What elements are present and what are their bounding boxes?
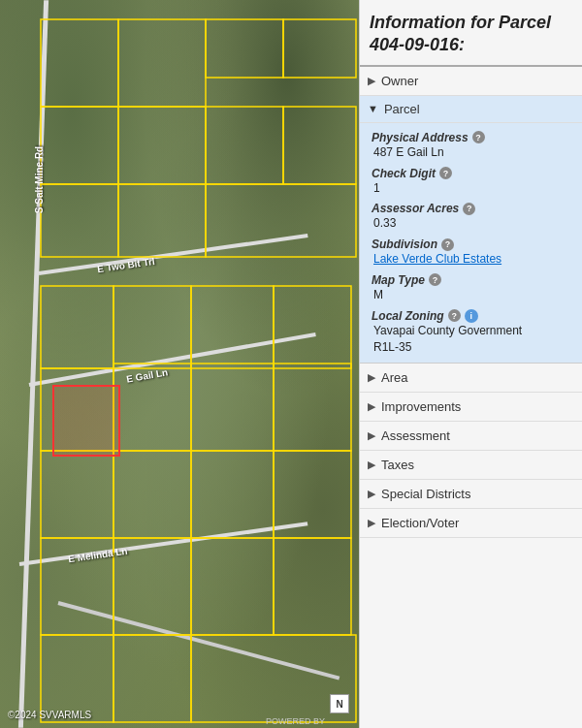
map-type-help-icon[interactable]: ? (429, 273, 441, 286)
physical-address-label: Physical Address ? (372, 131, 572, 144)
map-panel[interactable]: S Salt Mine Rd E Two Bit Trl E Gail Ln E… (0, 0, 359, 728)
parcel-header-line1: Information for Parcel (370, 12, 572, 34)
subdivision-help-icon[interactable]: ? (441, 238, 454, 251)
taxes-arrow-icon: ▶ (368, 459, 375, 471)
map-copyright: ©2024 SVVARMLS (8, 710, 91, 720)
svg-rect-9 (118, 184, 206, 257)
svg-rect-26 (274, 538, 351, 635)
svg-rect-2 (206, 19, 283, 78)
svg-rect-18 (274, 364, 351, 451)
check-digit-value: 1 (372, 180, 572, 197)
svg-rect-28 (113, 635, 191, 722)
subdivision-label: Subdivision ? (372, 237, 572, 251)
physical-address-help-icon[interactable]: ? (472, 131, 485, 143)
svg-rect-14 (274, 286, 351, 368)
section-improvements[interactable]: ▶ Improvements (360, 393, 582, 422)
section-parcel[interactable]: ▼ Parcel Physical Address ? 487 E Gail L… (360, 96, 582, 364)
improvements-arrow-icon: ▶ (368, 400, 375, 413)
local-zoning-label: Local Zoning ? i (372, 309, 572, 323)
svg-rect-4 (41, 107, 118, 184)
svg-rect-19 (41, 451, 113, 538)
map-background: S Salt Mine Rd E Two Bit Trl E Gail Ln E… (0, 0, 359, 728)
local-zoning-info-icon[interactable]: i (465, 309, 478, 323)
svg-rect-25 (191, 538, 274, 635)
svg-rect-11 (41, 286, 113, 368)
parcel-arrow-icon: ▼ (368, 103, 378, 114)
check-digit-help-icon[interactable]: ? (439, 167, 452, 179)
parcel-section-label: Parcel (384, 102, 420, 116)
physical-address-value: 487 E Gail Ln (372, 144, 572, 161)
svg-rect-17 (191, 364, 274, 451)
info-panel: Information for Parcel 404-09-016: ▶ Own… (359, 0, 582, 728)
map-type-value: M (372, 287, 572, 303)
svg-rect-5 (118, 107, 206, 184)
section-election-voter[interactable]: ▶ Election/Voter (360, 509, 582, 538)
north-indicator: N (330, 694, 349, 713)
road-label-s-salt-mine: S Salt Mine Rd (34, 146, 45, 213)
assessor-acres-label: Assessor Acres ? (372, 202, 572, 215)
parcel-content: Physical Address ? 487 E Gail Ln Check D… (360, 123, 582, 364)
parcel-info-header: Information for Parcel 404-09-016: (360, 0, 582, 67)
svg-rect-12 (113, 286, 191, 368)
assessor-acres-help-icon[interactable]: ? (463, 203, 475, 215)
svg-rect-10 (206, 184, 356, 257)
area-arrow-icon: ▶ (368, 371, 375, 384)
improvements-section-label: Improvements (381, 399, 461, 414)
svg-rect-7 (283, 107, 356, 184)
local-zoning-value: Yavapai County Government R1L-35 (372, 323, 572, 356)
svg-rect-30 (53, 386, 119, 456)
section-special-districts[interactable]: ▶ Special Districts (360, 480, 582, 509)
map-type-label: Map Type ? (372, 273, 572, 287)
powered-by: POWERED BY (266, 716, 325, 726)
svg-rect-8 (41, 184, 118, 257)
parcel-header-line2: 404-09-016: (370, 34, 572, 56)
assessment-section-label: Assessment (381, 428, 450, 443)
assessment-arrow-icon: ▶ (368, 429, 375, 442)
svg-rect-6 (206, 107, 283, 184)
svg-rect-22 (274, 451, 351, 538)
special-districts-arrow-icon: ▶ (368, 488, 375, 500)
taxes-section-label: Taxes (381, 458, 414, 472)
special-districts-section-label: Special Districts (381, 487, 470, 501)
local-zoning-help-icon[interactable]: ? (448, 309, 461, 322)
svg-rect-13 (191, 286, 274, 368)
area-section-label: Area (381, 370, 407, 385)
owner-arrow-icon: ▶ (368, 75, 375, 87)
section-taxes[interactable]: ▶ Taxes (360, 451, 582, 480)
section-owner[interactable]: ▶ Owner (360, 67, 582, 96)
svg-rect-0 (41, 19, 118, 107)
assessor-acres-value: 0.33 (372, 215, 572, 232)
election-voter-section-label: Election/Voter (381, 516, 459, 530)
check-digit-label: Check Digit ? (372, 167, 572, 180)
election-voter-arrow-icon: ▶ (368, 517, 375, 529)
owner-section-label: Owner (381, 74, 418, 88)
subdivision-value[interactable]: Lake Verde Club Estates (372, 251, 572, 268)
section-area[interactable]: ▶ Area (360, 364, 582, 393)
svg-rect-20 (113, 451, 191, 538)
section-assessment[interactable]: ▶ Assessment (360, 422, 582, 451)
parcel-overlay (0, 0, 359, 728)
svg-rect-1 (118, 19, 206, 107)
parcel-section-header[interactable]: ▼ Parcel (360, 96, 582, 123)
svg-rect-3 (283, 19, 356, 78)
svg-rect-21 (191, 451, 274, 538)
